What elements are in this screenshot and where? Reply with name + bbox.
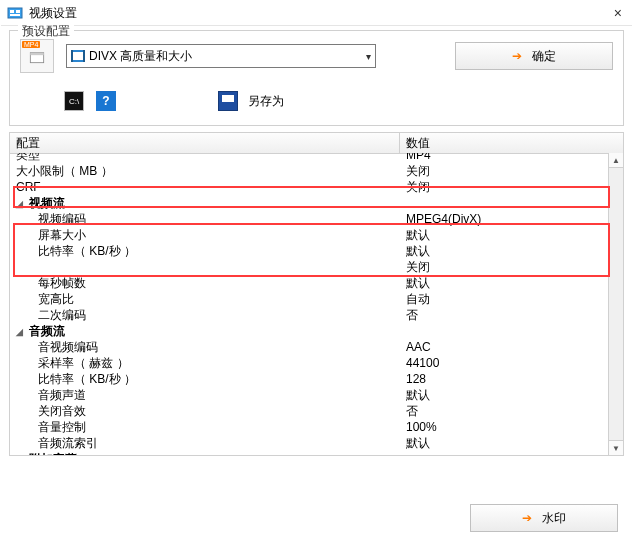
row-value[interactable]: 128 xyxy=(400,371,609,387)
row-label: 比特率（ KB/秒 ） xyxy=(10,371,400,387)
console-icon[interactable]: C:\ xyxy=(64,91,84,111)
row-label: CRF xyxy=(10,179,400,195)
caret-icon: ◢ xyxy=(16,324,26,340)
row-value[interactable]: 自动 xyxy=(400,291,609,307)
preset-select[interactable]: DIVX 高质量和大小 ▾ xyxy=(66,44,376,68)
row-value[interactable]: 关闭 xyxy=(400,163,609,179)
row-label: 音视频编码 xyxy=(10,339,400,355)
preset-select-text: DIVX 高质量和大小 xyxy=(89,48,366,65)
arrow-right-icon: ➔ xyxy=(522,511,532,525)
row-value[interactable]: 关闭 xyxy=(400,259,609,275)
row-value[interactable]: 默认 xyxy=(400,227,609,243)
grid-row[interactable]: 音频声道默认 xyxy=(10,387,609,403)
titlebar: 视频设置 × xyxy=(1,1,632,26)
svg-rect-5 xyxy=(30,53,43,56)
save-as-label[interactable]: 另存为 xyxy=(248,93,284,110)
grid-row[interactable]: 大小限制（ MB ）关闭 xyxy=(10,163,609,179)
row-value[interactable]: MPEG4(DivX) xyxy=(400,211,609,227)
grid-row[interactable]: 每秒帧数默认 xyxy=(10,275,609,291)
row-value[interactable]: 默认 xyxy=(400,275,609,291)
group-label: 音频流 xyxy=(29,324,65,338)
svg-rect-3 xyxy=(10,14,20,16)
grid-group-row[interactable]: ◢ 附加字幕 xyxy=(10,451,609,455)
svg-rect-8 xyxy=(71,50,73,62)
row-value[interactable] xyxy=(400,323,609,339)
preset-legend: 预设配置 xyxy=(18,23,74,40)
row-label: 音量控制 xyxy=(10,419,400,435)
row-value[interactable]: 否 xyxy=(400,307,609,323)
row-value[interactable] xyxy=(400,451,609,455)
watermark-label: 水印 xyxy=(542,510,566,527)
property-grid: 配置 数值 类型MP4大小限制（ MB ）关闭CRF关闭◢ 视频流视频编码MPE… xyxy=(9,132,624,456)
footer: ➔ 水印 xyxy=(1,504,632,532)
grid-row[interactable]: 关闭音效否 xyxy=(10,403,609,419)
file-badge: MP4 xyxy=(22,41,40,48)
row-label: 类型 xyxy=(10,153,400,163)
row-label: 屏幕大小 xyxy=(10,227,400,243)
help-icon[interactable]: ? xyxy=(96,91,116,111)
save-icon[interactable] xyxy=(218,91,238,111)
scroll-down-icon[interactable]: ▼ xyxy=(609,440,623,455)
grid-row[interactable]: 类型MP4 xyxy=(10,153,609,163)
scroll-up-icon[interactable]: ▲ xyxy=(609,153,623,168)
film-icon xyxy=(71,50,85,62)
close-button[interactable]: × xyxy=(610,5,626,21)
row-label: 采样率（ 赫兹 ） xyxy=(10,355,400,371)
ok-button-label: 确定 xyxy=(532,48,556,65)
grid-row[interactable]: 采样率（ 赫兹 ）44100 xyxy=(10,355,609,371)
grid-body[interactable]: 类型MP4大小限制（ MB ）关闭CRF关闭◢ 视频流视频编码MPEG4(Div… xyxy=(10,153,609,455)
row-label: 关闭音效 xyxy=(10,403,400,419)
row-label: 每秒帧数 xyxy=(10,275,400,291)
grid-group-row[interactable]: ◢ 视频流 xyxy=(10,195,609,211)
row-value[interactable]: 默认 xyxy=(400,387,609,403)
svg-rect-7 xyxy=(73,52,83,60)
row-value[interactable]: MP4 xyxy=(400,153,609,163)
row-label: 二次编码 xyxy=(10,307,400,323)
app-icon xyxy=(7,5,23,21)
header-value: 数值 xyxy=(400,133,623,153)
svg-rect-9 xyxy=(83,50,85,62)
grid-row[interactable]: 比特率（ KB/秒 ）默认 xyxy=(10,243,609,259)
row-label: 比特率（ KB/秒 ） xyxy=(10,243,400,259)
grid-row[interactable]: 视频编码MPEG4(DivX) xyxy=(10,211,609,227)
save-as-group: 另存为 xyxy=(218,91,284,111)
svg-rect-2 xyxy=(16,10,20,13)
group-label: 视频流 xyxy=(29,196,65,210)
row-value[interactable]: 44100 xyxy=(400,355,609,371)
scrollbar[interactable]: ▲ ▼ xyxy=(608,153,623,455)
row-value[interactable]: 默认 xyxy=(400,243,609,259)
grid-row[interactable]: 比特率（ KB/秒 ）128 xyxy=(10,371,609,387)
ok-button[interactable]: ➔ 确定 xyxy=(455,42,613,70)
row-label: 音频声道 xyxy=(10,387,400,403)
chevron-down-icon: ▾ xyxy=(366,51,371,62)
window-title: 视频设置 xyxy=(29,5,610,22)
arrow-right-icon: ➔ xyxy=(512,49,522,63)
grid-row[interactable]: 关闭 xyxy=(10,259,609,275)
file-type-icon: MP4 xyxy=(20,39,54,73)
row-value[interactable]: 关闭 xyxy=(400,179,609,195)
row-value[interactable]: AAC xyxy=(400,339,609,355)
row-label: 音频流索引 xyxy=(10,435,400,451)
svg-rect-1 xyxy=(10,10,14,13)
grid-row[interactable]: 宽高比自动 xyxy=(10,291,609,307)
row-value[interactable]: 100% xyxy=(400,419,609,435)
row-value[interactable]: 否 xyxy=(400,403,609,419)
row-label: 视频编码 xyxy=(10,211,400,227)
row-label xyxy=(10,259,400,275)
watermark-button[interactable]: ➔ 水印 xyxy=(470,504,618,532)
preset-fieldset: 预设配置 MP4 DIVX 高质量和大小 ▾ ➔ 确定 C:\ ? 另存为 xyxy=(9,30,624,126)
grid-row[interactable]: 屏幕大小默认 xyxy=(10,227,609,243)
row-value[interactable] xyxy=(400,195,609,211)
header-config: 配置 xyxy=(10,133,400,153)
row-value[interactable]: 默认 xyxy=(400,435,609,451)
group-label: 附加字幕 xyxy=(29,452,77,455)
grid-row[interactable]: 二次编码否 xyxy=(10,307,609,323)
row-label: 大小限制（ MB ） xyxy=(10,163,400,179)
grid-group-row[interactable]: ◢ 音频流 xyxy=(10,323,609,339)
grid-row[interactable]: 音频流索引默认 xyxy=(10,435,609,451)
caret-icon: ◢ xyxy=(16,196,26,212)
grid-row[interactable]: 音量控制100% xyxy=(10,419,609,435)
grid-row[interactable]: 音视频编码AAC xyxy=(10,339,609,355)
grid-row[interactable]: CRF关闭 xyxy=(10,179,609,195)
caret-icon: ◢ xyxy=(16,452,26,455)
